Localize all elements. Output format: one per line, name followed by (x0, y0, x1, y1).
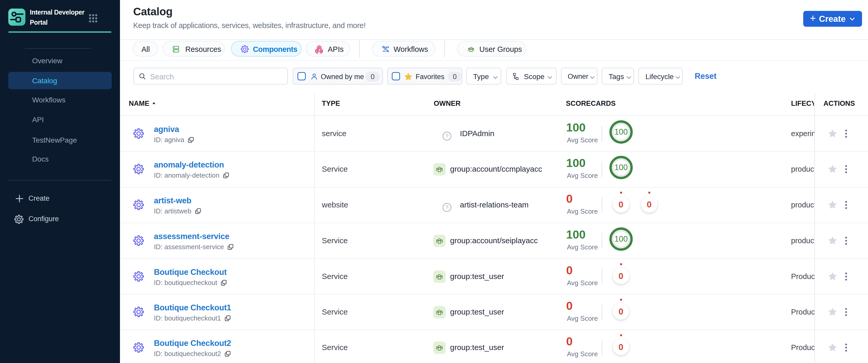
svg-text:?: ? (445, 205, 448, 210)
svg-text:?: ? (445, 133, 448, 139)
